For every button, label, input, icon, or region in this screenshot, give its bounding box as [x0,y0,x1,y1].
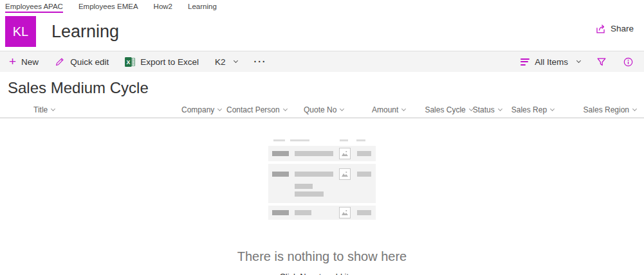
export-to-excel-button[interactable]: X Export to Excel [125,57,199,67]
site-title[interactable]: Learning [51,22,119,42]
nav-item-employees-emea[interactable]: Employees EMEA [78,3,138,12]
column-header-title[interactable]: Title [8,105,181,114]
column-label: Amount [372,105,398,114]
ellipsis-icon: ··· [253,57,266,67]
pencil-icon [55,57,65,67]
site-header: KL Learning Share [0,12,644,51]
share-button[interactable]: Share [595,23,634,34]
chevron-down-icon [632,107,637,111]
site-logo[interactable]: KL [5,16,36,47]
illustration-header-row [268,139,376,141]
nav-item-how2[interactable]: How2 [154,3,172,12]
export-to-excel-label: Export to Excel [140,57,199,67]
empty-state-subtitle: Click New to add items [0,272,644,275]
view-selector-button[interactable]: All Items [520,57,580,67]
command-bar-right: All Items [520,56,634,67]
column-header-company[interactable]: Company [181,105,226,114]
column-header-sales-rep[interactable]: Sales Rep [511,105,560,114]
column-header-amount[interactable]: Amount [344,105,405,114]
column-label: Quote No [304,105,336,114]
list-title: Sales Medium Cycle [8,79,644,97]
list-lines-icon [520,57,529,67]
illustration-row [268,164,376,203]
column-label: Sales Cycle [425,105,465,114]
share-label: Share [611,24,634,33]
new-button[interactable]: + New [9,57,39,67]
column-header-row: Title Company Contact Person Quote No Am… [0,102,644,118]
plus-icon: + [9,57,16,66]
illustration-row [268,206,376,220]
chevron-down-icon [576,58,581,63]
more-commands-button[interactable]: ··· [253,57,266,67]
empty-state: There is nothing to show here Click New … [0,139,644,275]
command-bar: + New Quick edit X Export to Excel K2 ··… [0,51,644,72]
view-selector-label: All Items [535,57,568,67]
column-label: Sales Region [584,105,629,114]
chevron-down-icon [234,58,238,63]
image-placeholder-icon [339,168,351,180]
quick-edit-button[interactable]: Quick edit [55,57,109,67]
column-label: Status [473,105,495,114]
column-header-sales-cycle[interactable]: Sales Cycle [425,105,472,114]
column-label: Sales Rep [511,105,547,114]
chevron-down-icon [51,107,55,111]
image-placeholder-icon [339,207,351,218]
chevron-down-icon [498,107,502,111]
illustration-row [268,146,376,161]
chevron-down-icon [401,107,406,111]
column-label: Company [181,105,214,114]
share-arrow-icon [595,23,606,34]
column-header-contact-person[interactable]: Contact Person [226,105,304,114]
image-placeholder-icon [339,148,351,159]
column-header-status[interactable]: Status [473,105,511,114]
info-button[interactable] [623,57,634,67]
nav-item-learning[interactable]: Learning [188,3,217,12]
nav-item-employees-apac[interactable]: Employees APAC [5,3,63,13]
sharepoint-list-page: Employees APAC Employees EMEA How2 Learn… [0,0,644,275]
svg-text:X: X [127,59,131,66]
info-circle-icon [623,57,634,67]
empty-illustration [268,139,376,220]
column-label: Title [33,105,48,114]
empty-state-title: There is nothing to show here [0,249,644,264]
filter-button[interactable] [596,56,607,67]
chevron-down-icon [217,107,222,111]
funnel-icon [596,56,607,67]
top-nav: Employees APAC Employees EMEA How2 Learn… [0,0,644,12]
chevron-down-icon [283,107,288,111]
quick-edit-label: Quick edit [70,57,109,67]
k2-menu-button[interactable]: K2 [215,57,238,67]
new-label: New [21,57,39,67]
column-header-sales-region[interactable]: Sales Region [560,105,636,114]
k2-label: K2 [215,57,226,67]
chevron-down-icon [550,107,555,111]
excel-icon: X [125,57,135,67]
column-label: Contact Person [226,105,280,114]
column-header-quote-no[interactable]: Quote No [304,105,344,114]
list-view: Sales Medium Cycle Title Company Contact… [0,79,644,275]
